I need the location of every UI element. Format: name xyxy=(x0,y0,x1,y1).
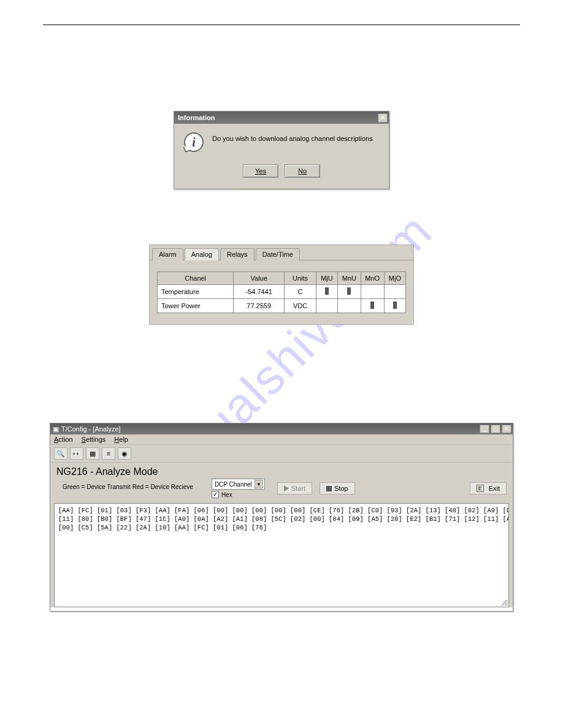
tab-datetime[interactable]: Date/Time xyxy=(256,248,300,260)
analyze-title: NG216 - Analyze Mode xyxy=(56,466,158,477)
play-icon xyxy=(284,485,289,491)
information-dialog: Information ✕ i Do you wish to download … xyxy=(174,111,389,189)
stop-label: Stop xyxy=(334,485,348,492)
col-mno: MnO xyxy=(361,272,384,285)
col-mnu: MnU xyxy=(338,272,361,285)
cell-value: 77.2559 xyxy=(234,299,285,313)
exit-button[interactable]: E Exit xyxy=(470,482,507,495)
col-value: Value xyxy=(234,272,285,285)
cell-mno xyxy=(361,299,384,313)
start-button[interactable]: Start xyxy=(277,482,312,495)
dialog-titlebar: Information ✕ xyxy=(174,112,389,124)
flag-icon xyxy=(347,287,351,295)
close-icon[interactable]: ✕ xyxy=(502,425,511,433)
col-mju: MjU xyxy=(316,272,337,285)
close-icon[interactable]: ✕ xyxy=(378,113,388,123)
cell-value: -54.7441 xyxy=(234,285,285,299)
minimize-icon[interactable]: _ xyxy=(480,425,489,433)
flag-icon xyxy=(370,301,374,309)
exit-icon: E xyxy=(477,485,484,492)
menu-settings[interactable]: Settings xyxy=(82,436,106,443)
analog-panel: Alarm Analog Relays Date/Time Chanel Val… xyxy=(149,245,414,325)
col-units: Units xyxy=(285,272,316,285)
no-button[interactable]: No xyxy=(285,164,320,178)
start-label: Start xyxy=(291,485,305,492)
cell-chanel: Tower Power xyxy=(158,299,234,313)
legend-text: Green = Device Transmit Red = Device Rec… xyxy=(56,483,199,494)
hex-output[interactable]: [AA] [FC] [01] [03] [F3] [AA] [FA] [06] … xyxy=(54,503,509,607)
cell-mjo xyxy=(384,285,405,299)
info-icon: i xyxy=(184,132,204,152)
menu-help[interactable]: Help xyxy=(114,436,128,443)
toolbar: 🔍 👀 ▦ ≡ ◉ xyxy=(50,445,513,463)
yes-button[interactable]: Yes xyxy=(243,164,278,178)
cell-chanel: Temperature xyxy=(158,285,234,299)
cell-mju xyxy=(316,285,337,299)
col-chanel: Chanel xyxy=(158,272,234,285)
maximize-icon[interactable]: ▢ xyxy=(491,425,500,433)
stop-icon xyxy=(326,486,332,491)
analyze-window: ▣ T/Config - [Analyze] _ ▢ ✕ Action Sett… xyxy=(50,423,513,612)
hex-line: [AA] [FC] [01] [03] [F3] [AA] [FA] [06] … xyxy=(58,507,509,514)
hex-checkbox[interactable]: ✓ Hex xyxy=(212,491,265,498)
hex-line: [00] [C5] [5A] [22] [2A] [10] [AA] [FC] … xyxy=(58,524,267,531)
window-titlebar: ▣ T/Config - [Analyze] _ ▢ ✕ xyxy=(50,423,513,434)
cell-mnu xyxy=(338,285,361,299)
flag-icon xyxy=(393,301,397,309)
checkbox-icon: ✓ xyxy=(212,491,219,498)
table-row: Temperature -54.7441 C xyxy=(158,285,406,299)
cell-mjo xyxy=(384,299,405,313)
cell-mnu xyxy=(338,299,361,313)
table-row: Tower Power 77.2559 VDC xyxy=(158,299,406,313)
search-icon[interactable]: 🔍 xyxy=(54,447,67,460)
bars-icon[interactable]: ≡ xyxy=(102,447,115,460)
stop-button[interactable]: Stop xyxy=(320,482,355,495)
page-top-rule xyxy=(43,25,520,25)
grid-icon[interactable]: ▦ xyxy=(86,447,99,460)
channel-select-value: DCP Channel xyxy=(215,481,252,488)
analog-table: Chanel Value Units MjU MnU MnO MjO Tempe… xyxy=(157,271,406,313)
hex-line: [11] [80] [B0] [BF] [47] [1C] [A0] [0A] … xyxy=(58,515,509,523)
app-icon: ▣ xyxy=(53,425,59,433)
col-mjo: MjO xyxy=(384,272,405,285)
menu-action[interactable]: Action xyxy=(54,436,73,443)
tab-relays[interactable]: Relays xyxy=(220,248,255,260)
exit-label: Exit xyxy=(489,485,500,492)
tab-analog[interactable]: Analog xyxy=(185,248,219,260)
chevron-down-icon: ▼ xyxy=(255,480,263,488)
cell-mju xyxy=(316,299,337,313)
table-header-row: Chanel Value Units MjU MnU MnO MjO xyxy=(158,272,406,285)
flag-icon xyxy=(325,287,329,295)
resize-grip-icon[interactable] xyxy=(500,598,507,605)
cell-units: VDC xyxy=(285,299,316,313)
cell-units: C xyxy=(285,285,316,299)
tab-strip: Alarm Analog Relays Date/Time xyxy=(150,245,413,260)
record-icon[interactable]: ◉ xyxy=(118,447,131,460)
dialog-title: Information xyxy=(178,114,215,121)
hex-label: Hex xyxy=(221,491,232,498)
menu-bar: Action Settings Help xyxy=(50,434,513,445)
binoculars-icon[interactable]: 👀 xyxy=(70,447,83,460)
tab-alarm[interactable]: Alarm xyxy=(152,248,183,260)
cell-mno xyxy=(361,285,384,299)
window-title: T/Config - [Analyze] xyxy=(61,425,121,433)
channel-select[interactable]: DCP Channel ▼ xyxy=(212,479,265,490)
dialog-message: Do you wish to download analog channel d… xyxy=(212,132,373,142)
